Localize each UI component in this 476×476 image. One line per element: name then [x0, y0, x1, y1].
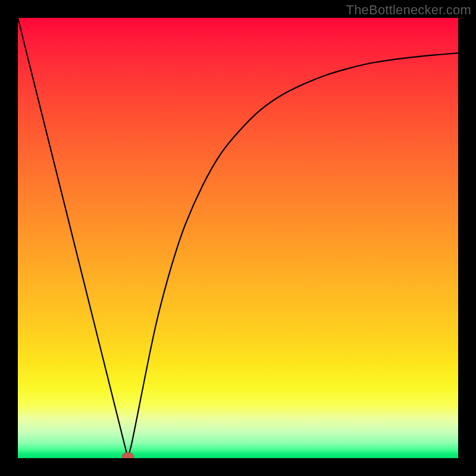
bottleneck-plot	[18, 18, 458, 458]
chart-frame	[18, 18, 458, 458]
minimum-marker	[122, 452, 133, 458]
attribution-watermark: TheBottlenecker.com	[346, 2, 471, 18]
bottleneck-curve	[18, 18, 458, 458]
